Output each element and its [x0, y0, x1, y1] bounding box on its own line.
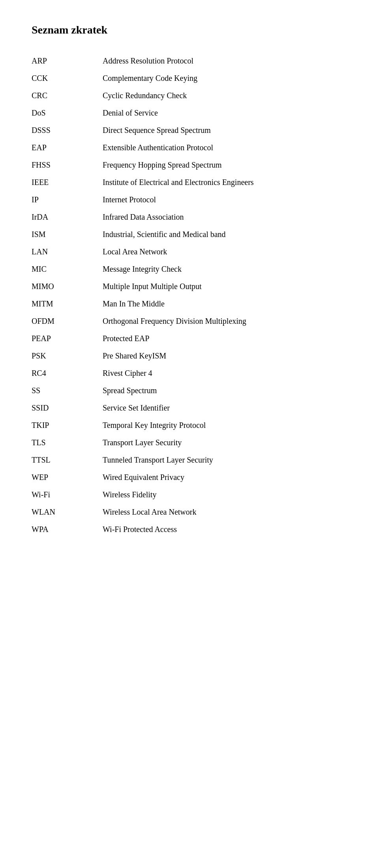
abbreviation-definition: Transport Layer Security: [103, 434, 347, 451]
abbreviation-term: SSID: [32, 399, 103, 416]
table-row: OFDMOrthogonal Frequency Division Multip…: [32, 312, 347, 330]
abbreviation-definition: Tunneled Transport Layer Security: [103, 451, 347, 469]
abbreviation-term: CCK: [32, 69, 103, 87]
abbreviation-table: ARPAddress Resolution ProtocolCCKComplem…: [32, 52, 347, 538]
table-row: DoSDenial of Service: [32, 104, 347, 121]
abbreviation-definition: Cyclic Redundancy Check: [103, 87, 347, 104]
abbreviation-term: DSSS: [32, 121, 103, 139]
abbreviation-definition: Man In The Middle: [103, 295, 347, 312]
abbreviation-term: TKIP: [32, 416, 103, 434]
abbreviation-term: ISM: [32, 226, 103, 243]
abbreviation-definition: Infrared Data Association: [103, 208, 347, 226]
abbreviation-term: MIMO: [32, 278, 103, 295]
table-row: IrDAInfrared Data Association: [32, 208, 347, 226]
table-row: ISMIndustrial, Scientific and Medical ba…: [32, 226, 347, 243]
abbreviation-term: WPA: [32, 521, 103, 538]
table-row: PEAPProtected EAP: [32, 330, 347, 347]
abbreviation-term: SS: [32, 382, 103, 399]
table-row: CCKComplementary Code Keying: [32, 69, 347, 87]
table-row: MIMOMultiple Input Multiple Output: [32, 278, 347, 295]
table-row: WLANWireless Local Area Network: [32, 503, 347, 521]
abbreviation-definition: Protected EAP: [103, 330, 347, 347]
table-row: MICMessage Integrity Check: [32, 260, 347, 278]
abbreviation-definition: Multiple Input Multiple Output: [103, 278, 347, 295]
table-row: FHSSFrequency Hopping Spread Spectrum: [32, 156, 347, 174]
abbreviation-term: OFDM: [32, 312, 103, 330]
abbreviation-term: FHSS: [32, 156, 103, 174]
table-row: IPInternet Protocol: [32, 191, 347, 208]
abbreviation-definition: Service Set Identifier: [103, 399, 347, 416]
abbreviation-term: IP: [32, 191, 103, 208]
abbreviation-term: ARP: [32, 52, 103, 69]
abbreviation-definition: Pre Shared KeyISM: [103, 347, 347, 364]
abbreviation-term: Wi-Fi: [32, 486, 103, 503]
abbreviation-definition: Institute of Electrical and Electronics …: [103, 174, 347, 191]
abbreviation-term: TLS: [32, 434, 103, 451]
table-row: PSKPre Shared KeyISM: [32, 347, 347, 364]
table-row: WPAWi-Fi Protected Access: [32, 521, 347, 538]
abbreviation-definition: Rivest Cipher 4: [103, 364, 347, 382]
abbreviation-term: DoS: [32, 104, 103, 121]
table-row: TKIPTemporal Key Integrity Protocol: [32, 416, 347, 434]
abbreviation-term: CRC: [32, 87, 103, 104]
table-row: EAPExtensible Authentication Protocol: [32, 139, 347, 156]
abbreviation-term: IrDA: [32, 208, 103, 226]
abbreviation-term: MIC: [32, 260, 103, 278]
abbreviation-term: LAN: [32, 243, 103, 260]
table-row: IEEEInstitute of Electrical and Electron…: [32, 174, 347, 191]
abbreviation-definition: Orthogonal Frequency Division Multiplexi…: [103, 312, 347, 330]
table-row: RC4Rivest Cipher 4: [32, 364, 347, 382]
table-row: MITMMan In The Middle: [32, 295, 347, 312]
table-row: ARPAddress Resolution Protocol: [32, 52, 347, 69]
abbreviation-definition: Internet Protocol: [103, 191, 347, 208]
abbreviation-definition: Wireless Fidelity: [103, 486, 347, 503]
abbreviation-term: PSK: [32, 347, 103, 364]
abbreviation-definition: Industrial, Scientific and Medical band: [103, 226, 347, 243]
abbreviation-term: EAP: [32, 139, 103, 156]
abbreviation-definition: Local Area Network: [103, 243, 347, 260]
table-row: TTSLTunneled Transport Layer Security: [32, 451, 347, 469]
abbreviation-definition: Direct Sequence Spread Spectrum: [103, 121, 347, 139]
abbreviation-term: IEEE: [32, 174, 103, 191]
abbreviation-definition: Denial of Service: [103, 104, 347, 121]
abbreviation-term: RC4: [32, 364, 103, 382]
table-row: Wi-FiWireless Fidelity: [32, 486, 347, 503]
table-row: CRCCyclic Redundancy Check: [32, 87, 347, 104]
abbreviation-definition: Wi-Fi Protected Access: [103, 521, 347, 538]
abbreviation-definition: Spread Spectrum: [103, 382, 347, 399]
table-row: WEPWired Equivalent Privacy: [32, 469, 347, 486]
table-row: SSSpread Spectrum: [32, 382, 347, 399]
page-wrapper: Seznam zkratek ARPAddress Resolution Pro…: [32, 24, 347, 868]
abbreviation-term: MITM: [32, 295, 103, 312]
abbreviation-definition: Complementary Code Keying: [103, 69, 347, 87]
abbreviation-definition: Wired Equivalent Privacy: [103, 469, 347, 486]
abbreviation-term: WLAN: [32, 503, 103, 521]
abbreviation-definition: Frequency Hopping Spread Spectrum: [103, 156, 347, 174]
table-row: SSIDService Set Identifier: [32, 399, 347, 416]
table-row: LANLocal Area Network: [32, 243, 347, 260]
abbreviation-term: WEP: [32, 469, 103, 486]
abbreviation-term: TTSL: [32, 451, 103, 469]
table-row: TLSTransport Layer Security: [32, 434, 347, 451]
abbreviation-definition: Address Resolution Protocol: [103, 52, 347, 69]
abbreviation-definition: Extensible Authentication Protocol: [103, 139, 347, 156]
table-row: DSSSDirect Sequence Spread Spectrum: [32, 121, 347, 139]
abbreviation-term: PEAP: [32, 330, 103, 347]
abbreviation-definition: Wireless Local Area Network: [103, 503, 347, 521]
abbreviation-definition: Temporal Key Integrity Protocol: [103, 416, 347, 434]
abbreviation-definition: Message Integrity Check: [103, 260, 347, 278]
page-title: Seznam zkratek: [32, 24, 347, 36]
